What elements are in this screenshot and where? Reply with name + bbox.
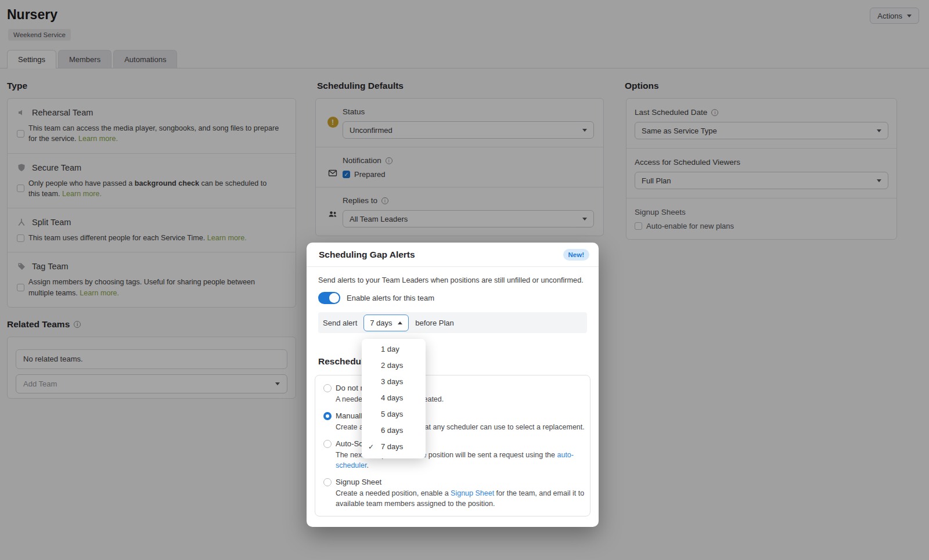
send-alert-row: Send alert 7 days before Plan (318, 312, 587, 333)
dropdown-option-6-days[interactable]: 6 days (362, 422, 426, 439)
modal-description: Send alerts to your Team Leaders when po… (318, 276, 587, 284)
dropdown-option-1-day[interactable]: 1 day (362, 341, 426, 357)
rescheduling-card: Do not reschedule A needed position will… (315, 375, 590, 516)
send-alert-days-value: 7 days (370, 319, 392, 327)
send-alert-prefix: Send alert (323, 319, 357, 327)
dropdown-option-3-days[interactable]: 3 days (362, 374, 426, 390)
dropdown-option-2-days[interactable]: 2 days (362, 357, 426, 374)
enable-alerts-label: Enable alerts for this team (347, 294, 434, 302)
do-not-reschedule-radio[interactable] (323, 384, 332, 392)
desc-text: Create a needed position, enable a (336, 489, 451, 497)
dropdown-option-5-days[interactable]: 5 days (362, 406, 426, 422)
enable-alerts-row: Enable alerts for this team (318, 292, 587, 304)
dropdown-option-7-days[interactable]: 7 days (362, 439, 426, 455)
days-dropdown-menu: 1 day 2 days 3 days 4 days 5 days 6 days… (362, 339, 426, 458)
signup-sheet-radio[interactable] (323, 478, 332, 486)
signup-sheet-link[interactable]: Signup Sheet (451, 489, 494, 497)
manually-reschedule-radio[interactable] (323, 412, 332, 420)
choice-label: Signup Sheet (336, 478, 381, 486)
choice-description: Create a needed position, enable a Signu… (336, 488, 591, 509)
chevron-up-icon (398, 321, 402, 324)
rescheduling-heading: Rescheduling (318, 356, 587, 367)
desc-text: . (367, 461, 369, 469)
toggle-knob (329, 293, 339, 303)
scheduling-gap-alerts-modal: Scheduling Gap Alerts New! Send alerts t… (307, 243, 599, 527)
dropdown-option-4-days[interactable]: 4 days (362, 390, 426, 406)
enable-alerts-toggle[interactable] (318, 292, 340, 304)
send-alert-suffix: before Plan (415, 319, 454, 327)
new-badge: New! (563, 249, 589, 261)
choice-signup-sheet: Signup Sheet Create a needed position, e… (323, 478, 585, 509)
modal-header: Scheduling Gap Alerts New! (307, 243, 599, 267)
auto-schedule-radio[interactable] (323, 440, 332, 448)
modal-title: Scheduling Gap Alerts (319, 250, 415, 260)
send-alert-days-select[interactable]: 7 days (363, 315, 409, 331)
